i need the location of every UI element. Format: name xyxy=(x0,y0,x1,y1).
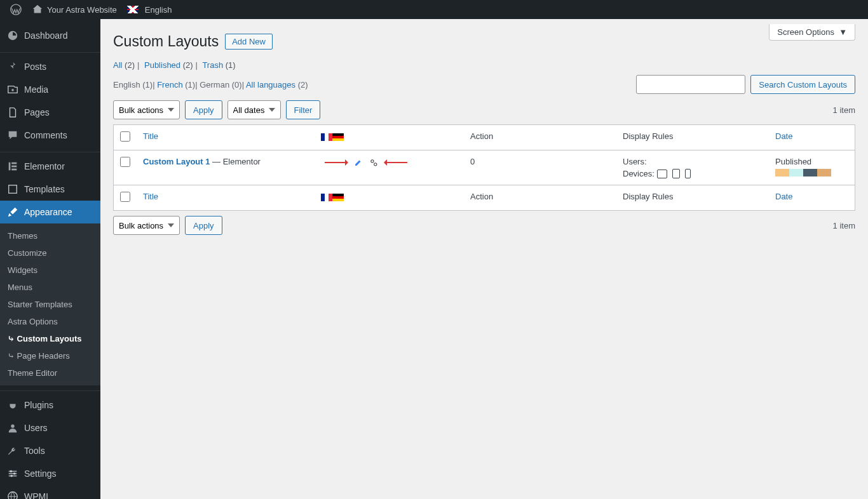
svg-rect-3 xyxy=(11,163,17,164)
fr-flag-icon xyxy=(321,194,332,201)
media-icon xyxy=(6,83,19,96)
svg-rect-2 xyxy=(9,163,11,171)
svg-rect-6 xyxy=(9,185,17,194)
screen-options[interactable]: Screen Options ▼ xyxy=(769,24,855,41)
bulk-actions-select-bottom[interactable]: Bulk actions xyxy=(113,216,180,235)
bulk-actions-select[interactable]: Bulk actions xyxy=(113,100,180,119)
row-title-link[interactable]: Custom Layout 1 xyxy=(143,157,210,166)
svg-point-11 xyxy=(10,470,13,473)
user-icon xyxy=(6,422,19,434)
templates-icon xyxy=(6,183,19,196)
site-link[interactable]: Your Astra Website xyxy=(27,4,122,15)
menu-templates[interactable]: Templates xyxy=(0,178,100,201)
col-action-foot: Action xyxy=(464,185,616,211)
de-flag-icon xyxy=(332,133,344,141)
layouts-table: Title Action Display Rules Date Custom L… xyxy=(113,124,855,211)
menu-settings[interactable]: Settings xyxy=(0,462,100,485)
submenu-themes[interactable]: Themes xyxy=(0,227,100,244)
admin-bar: Your Astra Website English xyxy=(0,0,868,19)
item-count-bottom: 1 item xyxy=(833,221,855,230)
settings-icon xyxy=(6,467,19,480)
fr-flag-icon xyxy=(321,133,332,141)
tablet-icon xyxy=(672,169,680,178)
svg-point-16 xyxy=(374,163,377,165)
select-all-checkbox-bottom[interactable] xyxy=(120,192,130,202)
menu-elementor[interactable]: Elementor xyxy=(0,155,100,178)
arrow-right-icon xyxy=(325,162,348,163)
filter-all[interactable]: All xyxy=(113,60,122,70)
col-date[interactable]: Date xyxy=(769,125,855,150)
menu-wpml[interactable]: WPML xyxy=(0,485,100,499)
submenu-widgets[interactable]: Widgets xyxy=(0,262,100,279)
col-display-foot: Display Rules xyxy=(616,185,769,211)
globe-icon xyxy=(6,490,19,499)
menu-users[interactable]: Users xyxy=(0,416,100,439)
submenu-page-headers[interactable]: ⤷ Page Headers xyxy=(0,347,100,364)
lang-english[interactable]: English xyxy=(113,80,140,90)
apply-button-bottom[interactable]: Apply xyxy=(185,216,222,235)
col-display: Display Rules xyxy=(616,125,769,150)
wrench-icon xyxy=(6,444,19,457)
col-date-foot[interactable]: Date xyxy=(769,185,855,211)
svg-point-7 xyxy=(11,425,14,428)
page-title: Custom Layouts xyxy=(113,33,219,50)
menu-posts[interactable]: Posts xyxy=(0,55,100,78)
search-button[interactable]: Search Custom Layouts xyxy=(750,75,855,94)
svg-point-13 xyxy=(10,475,13,477)
search-input[interactable] xyxy=(636,75,745,94)
menu-pages[interactable]: Pages xyxy=(0,101,100,124)
submenu-starter-templates[interactable]: Starter Templates xyxy=(0,296,100,313)
svg-point-14 xyxy=(8,492,17,499)
col-languages xyxy=(315,125,464,150)
menu-plugins[interactable]: Plugins xyxy=(0,394,100,416)
menu-comments[interactable]: Comments xyxy=(0,124,100,147)
gear-icon[interactable] xyxy=(369,158,378,167)
svg-rect-5 xyxy=(11,169,17,171)
row-action: 0 xyxy=(464,150,616,185)
col-action: Action xyxy=(464,125,616,150)
svg-point-15 xyxy=(371,159,374,162)
dashboard-icon xyxy=(6,29,19,42)
submenu-menus[interactable]: Menus xyxy=(0,279,100,296)
elementor-icon xyxy=(6,160,19,173)
col-title[interactable]: Title xyxy=(137,125,315,150)
filter-published[interactable]: Published xyxy=(144,60,180,70)
page-icon xyxy=(6,106,19,119)
submenu-theme-editor[interactable]: Theme Editor xyxy=(0,364,100,382)
row-status: Published xyxy=(775,157,848,166)
filter-button[interactable]: Filter xyxy=(286,100,321,119)
lang-french[interactable]: French xyxy=(157,80,182,90)
add-new-button[interactable]: Add New xyxy=(225,34,273,50)
row-checkbox[interactable] xyxy=(120,157,130,167)
table-row: Custom Layout 1 — Elementor 0 Users: Dev… xyxy=(114,150,855,185)
menu-tools[interactable]: Tools xyxy=(0,439,100,462)
language-filters: English (1)| French (1)| German (0)| All… xyxy=(113,80,308,90)
menu-dashboard[interactable]: Dashboard xyxy=(0,24,100,47)
submenu-custom-layouts[interactable]: ⤷ Custom Layouts xyxy=(0,330,100,347)
apply-button[interactable]: Apply xyxy=(185,100,222,119)
submenu-customize[interactable]: Customize xyxy=(0,244,100,262)
menu-media[interactable]: Media xyxy=(0,78,100,101)
uk-flag-icon xyxy=(127,6,139,13)
select-all-checkbox[interactable] xyxy=(120,131,130,142)
menu-appearance[interactable]: Appearance xyxy=(0,201,100,223)
lang-german[interactable]: German xyxy=(200,80,229,90)
date-filter-select[interactable]: All dates xyxy=(227,100,281,119)
comment-icon xyxy=(6,129,19,142)
submenu-astra-options[interactable]: Astra Options xyxy=(0,313,100,330)
filter-trash[interactable]: Trash xyxy=(202,60,223,70)
mobile-icon xyxy=(685,169,691,178)
de-flag-icon xyxy=(332,194,344,201)
pencil-icon[interactable] xyxy=(354,158,363,167)
wp-logo[interactable] xyxy=(5,4,27,15)
color-swatches xyxy=(775,169,848,176)
brush-icon xyxy=(6,206,19,218)
col-title-foot[interactable]: Title xyxy=(137,185,315,211)
language-switcher[interactable]: English xyxy=(122,5,177,15)
desktop-icon xyxy=(657,170,667,178)
svg-rect-4 xyxy=(11,166,17,168)
admin-sidebar: DashboardPostsMediaPagesCommentsElemento… xyxy=(0,19,100,499)
lang-all[interactable]: All languages xyxy=(246,80,295,90)
svg-point-1 xyxy=(11,89,14,91)
plug-icon xyxy=(6,399,19,411)
